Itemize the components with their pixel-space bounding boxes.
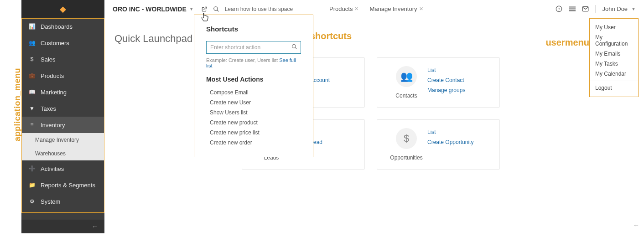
sidebar-menu: 📊Dashboards 👥Customers $Sales 💼Products …: [21, 18, 104, 210]
collapse-sidebar-icon[interactable]: ←: [92, 223, 98, 230]
sidebar-label: Sales: [41, 56, 56, 63]
sidebar-label: Inventory: [41, 122, 65, 129]
shortcuts-title: Shortcuts: [206, 25, 301, 33]
action-create-order[interactable]: Create new order: [206, 138, 301, 148]
topbar: ORO INC - WORLDWIDE ▼ Learn how to use t…: [104, 0, 644, 18]
search-icon[interactable]: [291, 44, 297, 50]
contacts-icon: 👥: [396, 66, 417, 87]
svg-text:?: ?: [558, 7, 561, 11]
folder-icon: 📁: [28, 182, 36, 188]
usermenu-my-calendar[interactable]: My Calendar: [590, 69, 638, 79]
sidebar-item-products[interactable]: 💼Products: [21, 67, 104, 84]
sidebar-item-taxes[interactable]: ▼Taxes: [21, 100, 104, 117]
sidebar-label: Customers: [41, 40, 69, 46]
collapse-right-panel-icon[interactable]: ←: [633, 221, 639, 229]
link-manage-groups[interactable]: Manage groups: [427, 87, 465, 93]
submenu-warehouses[interactable]: Warehouses: [21, 147, 104, 160]
svg-line-9: [295, 47, 296, 49]
logo-bar: ◆: [21, 0, 104, 18]
tab-manage-inventory[interactable]: Manage Inventory ✕: [369, 5, 423, 12]
help-icon[interactable]: ?: [556, 5, 562, 12]
sidebar-label: Products: [41, 72, 64, 79]
sidebar-label: Reports & Segments: [41, 182, 95, 189]
chart-icon: 📊: [28, 23, 36, 30]
hamburger-icon[interactable]: [569, 5, 576, 12]
shortcut-input[interactable]: [206, 41, 301, 54]
sidebar-item-marketing[interactable]: 📖Marketing: [21, 84, 104, 100]
svg-rect-4: [569, 7, 576, 8]
svg-rect-5: [569, 9, 576, 10]
learn-link[interactable]: Learn how to use this space: [225, 6, 293, 12]
application-menu-annotation: application_menu: [13, 68, 22, 141]
logo-icon: ◆: [60, 4, 66, 14]
link-create-opportunity[interactable]: Create Opportunity: [427, 139, 473, 145]
link-list[interactable]: List: [427, 67, 465, 73]
sidebar-label: System: [41, 198, 60, 205]
caret-down-icon: ▼: [631, 6, 636, 11]
card-contacts: 👥 Contacts List Create Contact Manage gr…: [377, 57, 500, 108]
org-switcher[interactable]: ORO INC - WORLDWIDE ▼: [113, 5, 194, 13]
sidebar-item-sales[interactable]: $Sales: [21, 51, 104, 67]
shortcuts-icon[interactable]: [201, 6, 208, 12]
usermenu-logout[interactable]: Logout: [590, 83, 638, 93]
topbar-right: ? John Doe ▼: [556, 5, 636, 13]
card-opportunities: $ Opportunities List Create Opportunity: [377, 119, 500, 170]
divider: [595, 5, 596, 13]
filter-icon: ▼: [28, 105, 36, 112]
opportunities-icon: $: [396, 128, 417, 149]
action-create-user[interactable]: Create new User: [206, 98, 301, 108]
plus-icon: ➕: [28, 165, 36, 172]
usermenu-my-tasks[interactable]: My Tasks: [590, 59, 638, 69]
sidebar-footer: ←: [21, 220, 104, 233]
sidebar: ◆ 📊Dashboards 👥Customers $Sales 💼Product…: [21, 0, 104, 233]
svg-point-0: [213, 6, 217, 10]
action-compose-email[interactable]: Compose Email: [206, 87, 301, 98]
gear-icon: ⚙: [28, 198, 36, 205]
tab-label: Products: [329, 5, 353, 12]
usermenu-annotation: usermenu: [545, 37, 589, 48]
shortcut-example: Example: Create user, Users list See ful…: [206, 57, 301, 68]
close-icon[interactable]: ✕: [419, 6, 423, 12]
sidebar-item-reports[interactable]: 📁Reports & Segments: [21, 177, 104, 193]
book-icon: 📖: [28, 89, 36, 95]
tab-products[interactable]: Products ✕: [329, 5, 358, 12]
usermenu-dropdown: My User My Configuration My Emails My Ta…: [589, 18, 639, 97]
action-create-price-list[interactable]: Create new price list: [206, 128, 301, 138]
sidebar-label: Marketing: [41, 89, 67, 96]
most-used-title: Most Used Actions: [206, 76, 301, 83]
sidebar-item-customers[interactable]: 👥Customers: [21, 35, 104, 51]
caret-down-icon: ▼: [189, 6, 194, 11]
users-icon: 👥: [28, 40, 36, 46]
sidebar-item-dashboards[interactable]: 📊Dashboards: [21, 18, 104, 35]
submenu-manage-inventory[interactable]: Manage Inventory: [21, 133, 104, 147]
mail-icon[interactable]: [582, 5, 589, 12]
usermenu-my-user[interactable]: My User: [590, 22, 638, 32]
usermenu-my-configuration[interactable]: My Configuration: [590, 32, 638, 49]
sidebar-item-system[interactable]: ⚙System: [21, 193, 104, 210]
search-icon[interactable]: [213, 6, 219, 12]
most-used-list: Compose Email Create new User Show Users…: [206, 87, 301, 148]
sidebar-item-inventory[interactable]: ≡Inventory: [21, 117, 104, 133]
svg-line-1: [217, 10, 218, 11]
link-list[interactable]: List: [427, 129, 473, 135]
pinned-tabs: Products ✕ Manage Inventory ✕: [329, 5, 423, 12]
page-title: Quick Launchpad: [114, 33, 192, 45]
shortcuts-annotation: shortcuts: [310, 31, 352, 41]
list-icon: ≡: [28, 122, 36, 128]
close-icon[interactable]: ✕: [354, 6, 358, 12]
usermenu-my-emails[interactable]: My Emails: [590, 49, 638, 59]
card-title: Contacts: [395, 93, 417, 99]
card-title: Opportunities: [390, 154, 422, 161]
sidebar-item-activities[interactable]: ➕Activities: [21, 160, 104, 177]
action-show-users[interactable]: Show Users list: [206, 108, 301, 118]
action-create-product[interactable]: Create new product: [206, 118, 301, 128]
user-menu-toggle[interactable]: John Doe ▼: [602, 5, 636, 12]
org-name: ORO INC - WORLDWIDE: [113, 5, 187, 13]
shortcuts-popup: Shortcuts Example: Create user, Users li…: [194, 15, 313, 157]
shortcut-search-wrapper: [206, 41, 301, 54]
sidebar-label: Dashboards: [41, 23, 73, 30]
svg-point-8: [292, 45, 296, 48]
sidebar-label: Taxes: [41, 105, 56, 112]
link-create-contact[interactable]: Create Contact: [427, 77, 465, 83]
svg-rect-6: [569, 10, 576, 11]
